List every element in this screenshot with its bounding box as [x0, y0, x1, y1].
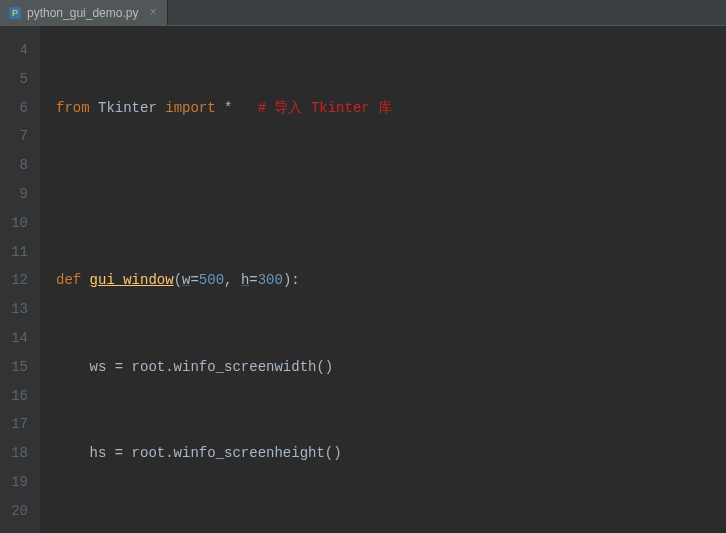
- close-icon[interactable]: ×: [149, 6, 156, 20]
- editor: 4 5 6 7 8 9 10 11 12 13 14 15 16 17 18 1…: [0, 26, 726, 533]
- code-line: x = (ws / 2) - (w / 2): [56, 526, 726, 533]
- code-line: def gui_window(w=500, h=300):: [56, 266, 726, 295]
- line-number: 13: [0, 295, 40, 324]
- line-number: 15: [0, 353, 40, 382]
- tab-bar: P python_gui_demo.py ×: [0, 0, 726, 26]
- code-area[interactable]: from Tkinter import * # 导入 Tkinter 库 def…: [40, 26, 726, 533]
- line-number: 18: [0, 439, 40, 468]
- code-line: hs = root.winfo_screenheight(): [56, 439, 726, 468]
- line-number: 12: [0, 266, 40, 295]
- line-number: 5: [0, 65, 40, 94]
- line-number: 16: [0, 382, 40, 411]
- line-number: 11: [0, 238, 40, 267]
- line-number: 17: [0, 410, 40, 439]
- gutter: 4 5 6 7 8 9 10 11 12 13 14 15 16 17 18 1…: [0, 26, 40, 533]
- code-line: from Tkinter import * # 导入 Tkinter 库: [56, 94, 726, 123]
- line-number: 10: [0, 209, 40, 238]
- svg-text:P: P: [12, 8, 18, 18]
- code-line: ws = root.winfo_screenwidth(): [56, 353, 726, 382]
- line-number: 19: [0, 468, 40, 497]
- line-number: 9: [0, 180, 40, 209]
- line-number: 14: [0, 324, 40, 353]
- line-number: 8: [0, 151, 40, 180]
- line-number: 4: [0, 36, 40, 65]
- file-tab[interactable]: P python_gui_demo.py ×: [0, 0, 168, 25]
- code-line: [56, 180, 726, 209]
- line-number: 7: [0, 122, 40, 151]
- tab-filename: python_gui_demo.py: [27, 6, 138, 20]
- line-number: 6: [0, 94, 40, 123]
- line-number: 20: [0, 497, 40, 526]
- python-file-icon: P: [8, 6, 22, 20]
